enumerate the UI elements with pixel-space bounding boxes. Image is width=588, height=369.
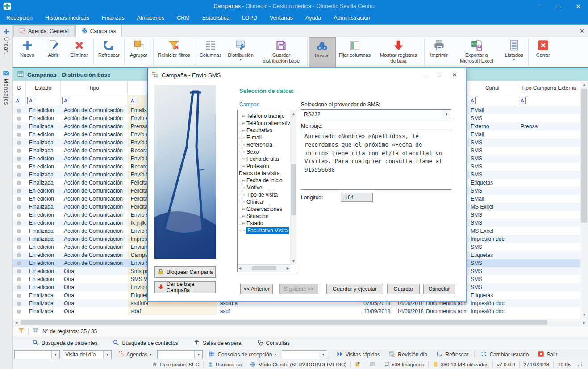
tree-scroll-up-icon[interactable]: ▲: [290, 110, 297, 117]
tree-scroll-thumb[interactable]: [291, 164, 296, 215]
table-horizontal-scrollbar[interactable]: ◀ ▶: [13, 319, 588, 326]
tree-item-situaci-n[interactable]: Situación: [238, 213, 290, 220]
refrescar-button[interactable]: Refrescar: [433, 350, 471, 359]
chevron-down-icon[interactable]: ▾: [103, 351, 111, 359]
tree-item-fecha-de-alta[interactable]: Fecha de alta: [238, 155, 290, 163]
columnas-button[interactable]: Columnas: [196, 37, 225, 67]
tree-item-tipo-de-visita[interactable]: Tipo de visita: [238, 191, 290, 198]
resize-grip[interactable]: [577, 362, 582, 367]
tree-item-facultativo-visita[interactable]: Facultativo Visita: [238, 227, 290, 234]
tree-scroll-down-icon[interactable]: ▼: [290, 258, 297, 265]
filter-funnel-icon[interactable]: [18, 327, 25, 335]
combo-box[interactable]: ▾: [14, 350, 60, 359]
agendas-button[interactable]: Agendas▾: [114, 350, 154, 359]
mostrar-registros-de-baja-button[interactable]: Mostrar registros de baja: [374, 37, 423, 67]
dialog-close-button[interactable]: ✕: [447, 69, 462, 81]
combo-box[interactable]: Visita del día▾: [63, 350, 112, 359]
agrupar-button[interactable]: Agrupar: [126, 37, 152, 67]
fijar-columnas-button[interactable]: Fijar columnas: [336, 37, 374, 67]
hscroll-thumb[interactable]: [21, 320, 547, 325]
column-header-tipo-campa-a-externa[interactable]: Tipo Campaña Externa: [517, 81, 580, 95]
tree-horizontal-scrollbar[interactable]: ◀ ▶: [238, 264, 290, 272]
salas-de-espera-button[interactable]: Salas de espera: [193, 339, 242, 347]
tree-item-e-mail[interactable]: E-mail: [238, 134, 290, 141]
tree-item-cl-nica[interactable]: Clínica: [238, 198, 290, 205]
cerrar-button[interactable]: Cerrar: [530, 37, 556, 67]
scroll-down-icon[interactable]: ▼: [580, 311, 588, 319]
tabstrip-close-icon[interactable]: ✕: [580, 28, 584, 34]
tree-item-referencia[interactable]: Referencia: [238, 141, 290, 148]
minimize-button[interactable]: –: [529, 0, 549, 13]
tree-item-facultativo[interactable]: Facultativo: [238, 127, 290, 134]
auto-filter-icon[interactable]: A: [27, 97, 34, 104]
column-header-tipo[interactable]: Tipo: [61, 81, 128, 95]
menu-item-lopd[interactable]: LOPD: [236, 13, 263, 24]
b-squeda-de-contactos-button[interactable]: Búsqueda de contactos: [113, 339, 178, 347]
combo-box[interactable]: ▾: [157, 350, 203, 359]
salir-button[interactable]: Salir: [534, 350, 560, 359]
column-header-estado[interactable]: Estado: [26, 81, 61, 95]
reiniciar-filtros-button[interactable]: Reiniciar filtros: [155, 37, 193, 67]
save-button[interactable]: Guardar: [387, 284, 420, 294]
messages-label[interactable]: Mensajes: [3, 79, 9, 105]
listados-button[interactable]: Listados▾: [501, 37, 527, 67]
menu-item-ventanas[interactable]: Ventanas: [263, 13, 299, 24]
tree-item-sexo[interactable]: Sexo: [238, 148, 290, 155]
table-row[interactable]: FinalizadaOtrasdafasdf13/09/201814/09/20…: [13, 307, 580, 315]
exportar-a-microsoft-excel-button[interactable]: XLSExportar a Microsoft Excel: [452, 37, 501, 67]
scroll-thumb[interactable]: [581, 89, 587, 223]
create-plus-icon[interactable]: [3, 28, 10, 35]
length-field[interactable]: [341, 193, 373, 202]
next-button[interactable]: Siguiente >>: [279, 284, 318, 294]
auto-filter-icon[interactable]: A: [129, 97, 136, 104]
abrir-button[interactable]: Abrir: [40, 37, 66, 67]
auto-filter-icon[interactable]: A: [62, 97, 69, 104]
b-squeda-de-pacientes-button[interactable]: Búsqueda de pacientes: [32, 339, 97, 347]
tree-item-tel-fono-alternativo[interactable]: Teléfono alternativo: [238, 120, 290, 127]
dialog-maximize-button[interactable]: □: [432, 69, 447, 81]
cancel-button[interactable]: Cancelar: [423, 284, 455, 294]
auto-filter-icon[interactable]: A: [519, 97, 526, 104]
tree-item-observaciones[interactable]: Observaciones: [238, 205, 290, 213]
tree-item-profesi-n[interactable]: Profesión: [238, 163, 290, 170]
create-label[interactable]: Crear...: [3, 37, 9, 58]
column-header-canal[interactable]: Canal: [467, 81, 517, 95]
eliminar-button[interactable]: Eliminar: [66, 37, 92, 67]
chevron-down-icon[interactable]: ▾: [51, 351, 59, 359]
lock-campaign-button[interactable]: Bloquear Campaña: [154, 266, 216, 278]
chevron-down-icon[interactable]: ▾: [319, 351, 327, 359]
maximize-button[interactable]: □: [549, 0, 568, 13]
distribuci-n-button[interactable]: Distribución▾: [225, 37, 256, 67]
revisi-n-d-a-button[interactable]: Revisión día: [386, 350, 430, 359]
auto-filter-icon[interactable]: A: [469, 97, 476, 104]
menu-item-estad-stica[interactable]: Estadística: [196, 13, 236, 24]
menu-item-crm[interactable]: CRM: [171, 13, 196, 24]
chevron-down-icon[interactable]: ▾: [442, 110, 451, 119]
chevron-down-icon[interactable]: ▾: [194, 351, 202, 359]
menu-item-ayuda[interactable]: Ayuda: [299, 13, 327, 24]
unsubscribe-campaign-button[interactable]: Dar de baja Campaña: [154, 281, 216, 293]
dialog-minimize-button[interactable]: –: [417, 69, 432, 81]
tree-group-datos-de-la-visita[interactable]: Datos de la visita: [238, 170, 290, 177]
tree-hscroll-thumb[interactable]: [252, 266, 276, 270]
scroll-left-icon[interactable]: ◀: [13, 319, 20, 326]
tree-item-estado[interactable]: Estado: [238, 220, 290, 227]
column-header-b[interactable]: B: [13, 81, 26, 95]
imprimir-button[interactable]: Imprimir: [426, 37, 452, 67]
consolas-de-recepci-n-button[interactable]: Consolas de recepción▾: [205, 350, 279, 359]
scroll-up-icon[interactable]: ▲: [580, 81, 588, 88]
table-vertical-scrollbar[interactable]: ▲ ▼: [580, 81, 588, 319]
tree-item-motivo[interactable]: Motivo: [238, 184, 290, 191]
auto-filter-icon[interactable]: A: [14, 97, 21, 104]
menu-item-finanzas[interactable]: Finanzas: [96, 13, 131, 24]
message-textarea[interactable]: Apreciado «Nombre» «Apellidos», le recor…: [301, 130, 451, 190]
tree-item-fecha-de-inicio[interactable]: Fecha de inicio: [238, 177, 290, 184]
close-button[interactable]: ✕: [568, 0, 588, 13]
visitas-r-pidas-button[interactable]: Visitas rápidas: [333, 350, 383, 359]
tab-campa-as[interactable]: Campañas: [75, 25, 122, 37]
menu-item-recepci-n[interactable]: Recepción: [0, 13, 39, 24]
messages-icon[interactable]: [3, 70, 10, 77]
sms-provider-select[interactable]: RS232 ▾: [301, 109, 451, 119]
previous-button[interactable]: << Anterior: [240, 284, 273, 294]
combo-box[interactable]: ▾: [282, 350, 327, 359]
